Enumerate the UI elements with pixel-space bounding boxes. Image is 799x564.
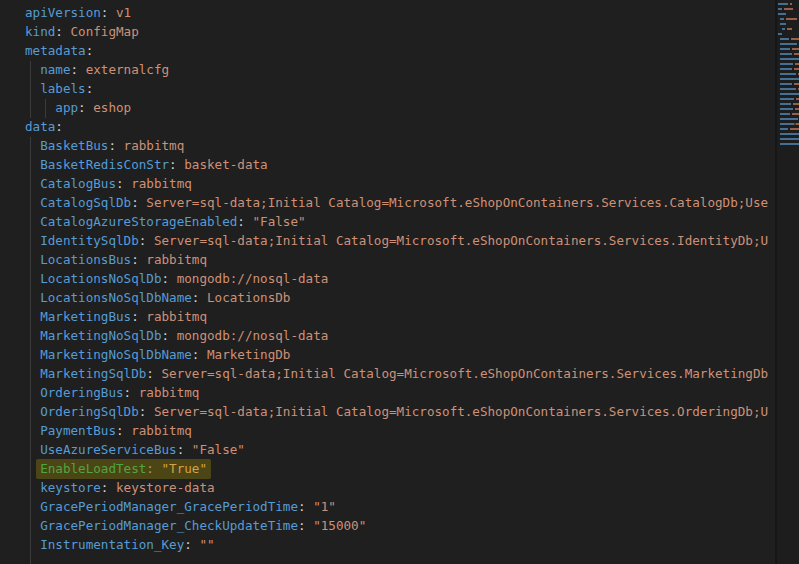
minimap-line: [780, 73, 799, 75]
minimap-line: [780, 128, 799, 130]
indent-spaces: [25, 537, 40, 552]
code-line[interactable]: MarketingNoSqlDb: mongodb://nosql-data: [0, 326, 775, 345]
code-line[interactable]: Instrumentation_Key: "": [0, 535, 775, 554]
indent-spaces: [25, 518, 40, 533]
code-line[interactable]: UseAzureServiceBus: "False": [0, 440, 775, 459]
code-line[interactable]: apiVersion: v1: [0, 3, 775, 22]
indent-spaces: [25, 214, 40, 229]
minimap-value-bar: [792, 113, 799, 115]
code-line[interactable]: data:: [0, 117, 775, 136]
yaml-key: LocationsNoSqlDbName: [40, 290, 192, 305]
yaml-colon: :: [108, 138, 116, 153]
code-line[interactable]: BasketBus: rabbitmq: [0, 136, 775, 155]
yaml-value: rabbitmq: [116, 138, 184, 153]
minimap-key-bar: [780, 23, 786, 25]
code-line[interactable]: EnableLoadTest: "True": [0, 459, 775, 478]
code-line[interactable]: OrderingBus: rabbitmq: [0, 383, 775, 402]
indent-spaces: [25, 328, 40, 343]
minimap-line: [778, 13, 799, 15]
indent-spaces: [25, 62, 40, 77]
minimap-line: [780, 63, 799, 65]
minimap-line: [780, 88, 799, 90]
yaml-value: externalcfg: [78, 62, 169, 77]
code-line[interactable]: app: eshop: [0, 98, 775, 117]
minimap-key-bar: [780, 78, 799, 80]
minimap-key-bar: [780, 48, 790, 50]
yaml-value: "1": [306, 499, 336, 514]
yaml-key: keystore: [40, 480, 101, 495]
minimap-line: [780, 23, 799, 25]
minimap-line: [780, 58, 799, 60]
code-line[interactable]: BasketRedisConStr: basket-data: [0, 155, 775, 174]
minimap-line: [780, 103, 799, 105]
minimap[interactable]: [775, 0, 799, 564]
yaml-value: eshop: [86, 100, 132, 115]
minimap-value-bar: [790, 3, 792, 5]
code-line[interactable]: MarketingSqlDb: Server=sql-data;Initial …: [0, 364, 775, 383]
code-line[interactable]: MarketingNoSqlDbName: MarketingDb: [0, 345, 775, 364]
code-line[interactable]: GracePeriodManager_GracePeriodTime: "1": [0, 497, 775, 516]
code-line[interactable]: PaymentBus: rabbitmq: [0, 421, 775, 440]
code-line[interactable]: LocationsNoSqlDb: mongodb://nosql-data: [0, 269, 775, 288]
indent-spaces: [25, 309, 40, 324]
code-line[interactable]: LocationsNoSqlDbName: LocationsDb: [0, 288, 775, 307]
indent-spaces: [25, 81, 40, 96]
minimap-key-bar: [780, 108, 793, 110]
minimap-key-bar: [780, 58, 799, 60]
yaml-key: CatalogSqlDb: [40, 195, 131, 210]
minimap-key-bar: [780, 98, 794, 100]
minimap-key-bar: [780, 138, 799, 140]
code-line[interactable]: LocationsBus: rabbitmq: [0, 250, 775, 269]
code-line[interactable]: metadata:: [0, 41, 775, 60]
code-line[interactable]: CatalogBus: rabbitmq: [0, 174, 775, 193]
minimap-line: [778, 8, 799, 10]
minimap-key-bar: [778, 13, 786, 15]
yaml-colon: :: [116, 423, 124, 438]
yaml-value: "True": [154, 461, 207, 476]
minimap-line: [780, 118, 799, 120]
minimap-line: [780, 138, 799, 140]
code-line[interactable]: kind: ConfigMap: [0, 22, 775, 41]
code-line[interactable]: OrderingSqlDb: Server=sql-data;Initial C…: [0, 402, 775, 421]
yaml-key: BasketBus: [40, 138, 108, 153]
yaml-key: BasketRedisConStr: [40, 157, 169, 172]
yaml-value: "": [192, 537, 215, 552]
minimap-key-bar: [780, 103, 791, 105]
code-line[interactable]: CatalogAzureStorageEnabled: "False": [0, 212, 775, 231]
indent-spaces: [25, 385, 40, 400]
indent-guide: [30, 61, 31, 118]
minimap-key-bar: [780, 123, 794, 125]
code-line[interactable]: MarketingBus: rabbitmq: [0, 307, 775, 326]
yaml-colon: :: [131, 309, 139, 324]
editor-code-area[interactable]: apiVersion: v1kind: ConfigMapmetadata: n…: [0, 3, 775, 564]
code-line[interactable]: keystore: keystore-data: [0, 478, 775, 497]
yaml-key: MarketingBus: [40, 309, 131, 324]
indent-spaces: [25, 176, 40, 191]
indent-spaces: [25, 195, 40, 210]
minimap-line: [780, 113, 799, 115]
yaml-colon: :: [184, 537, 192, 552]
yaml-key: name: [40, 62, 70, 77]
minimap-value-bar: [794, 53, 799, 55]
minimap-line: [780, 133, 799, 135]
code-line[interactable]: labels:: [0, 79, 775, 98]
code-line[interactable]: IdentitySqlDb: Server=sql-data;Initial C…: [0, 231, 775, 250]
code-line[interactable]: name: externalcfg: [0, 60, 775, 79]
minimap-line: [782, 28, 799, 30]
yaml-colon: :: [55, 24, 63, 39]
yaml-value: Server=sql-data;Initial Catalog=Microsof…: [146, 404, 768, 419]
code-line[interactable]: GracePeriodManager_CheckUpdateTime: "150…: [0, 516, 775, 535]
yaml-value: v1: [108, 5, 131, 20]
indent-guide: [30, 137, 31, 564]
indent-spaces: [25, 347, 40, 362]
minimap-line: [780, 68, 799, 70]
yaml-key: MarketingNoSqlDb: [40, 328, 161, 343]
yaml-colon: :: [237, 214, 245, 229]
indent-spaces: [25, 157, 40, 172]
minimap-key-bar: [780, 43, 797, 45]
indent-spaces: [25, 233, 40, 248]
minimap-value-bar: [784, 8, 793, 10]
yaml-colon: :: [298, 518, 306, 533]
yaml-key: PaymentBus: [40, 423, 116, 438]
code-line[interactable]: CatalogSqlDb: Server=sql-data;Initial Ca…: [0, 193, 775, 212]
